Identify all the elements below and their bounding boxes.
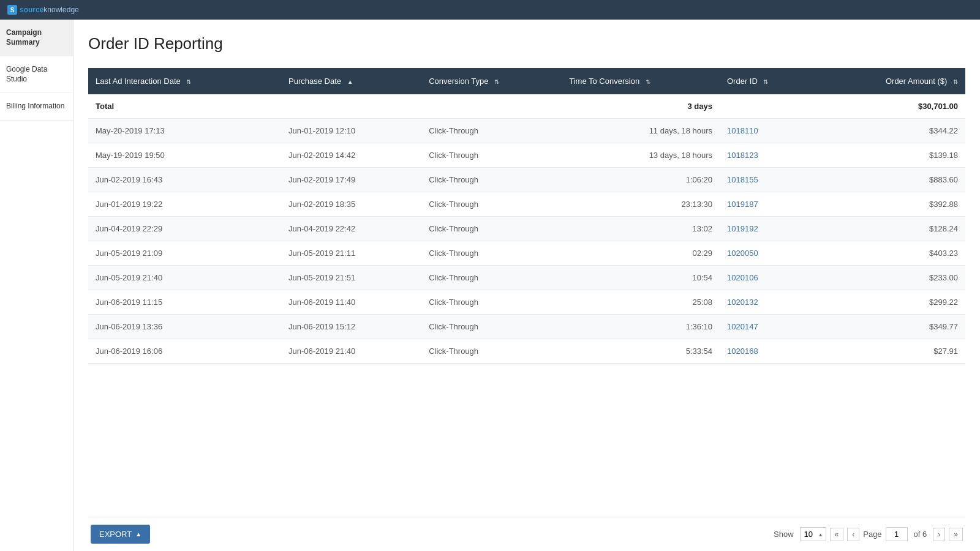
- cell-time-conv: 25:08: [562, 290, 720, 315]
- next-page-button[interactable]: ›: [933, 528, 945, 541]
- sidebar-item-billing-information[interactable]: Billing Information: [0, 93, 73, 121]
- top-bar: S sourceknowledge: [0, 0, 980, 20]
- cell-amount: $403.23: [825, 241, 965, 266]
- table-row: Jun-05-2019 21:40 Jun-05-2019 21:51 Clic…: [88, 266, 965, 290]
- cell-time-conv: 02:29: [562, 241, 720, 266]
- cell-last-ad: Jun-06-2019 11:15: [88, 290, 281, 315]
- cell-purchase: Jun-02-2019 17:49: [281, 168, 421, 192]
- show-label: Show: [774, 530, 794, 539]
- cell-conv-type: Click-Through: [421, 266, 562, 290]
- table-row: Jun-06-2019 13:36 Jun-06-2019 15:12 Clic…: [88, 315, 965, 339]
- logo-icon: S: [7, 5, 17, 15]
- export-dropdown-icon: ▲: [135, 531, 141, 538]
- cell-amount: $344.22: [825, 119, 965, 143]
- col-last-ad-interaction[interactable]: Last Ad Interaction Date ⇅: [88, 68, 281, 94]
- col-order-id[interactable]: Order ID ⇅: [720, 68, 825, 94]
- cell-purchase: Jun-06-2019 15:12: [281, 315, 421, 339]
- order-id-table: Last Ad Interaction Date ⇅ Purchase Date…: [88, 68, 965, 364]
- col-time-to-conversion[interactable]: Time To Conversion ⇅: [562, 68, 720, 94]
- prev-page-button[interactable]: ‹: [847, 528, 859, 541]
- cell-order-id: 1020132: [720, 290, 825, 315]
- logo-text: sourceknowledge: [20, 6, 79, 14]
- cell-order-id: 1018110: [720, 119, 825, 143]
- show-select-wrap: 10 25 50: [800, 527, 826, 541]
- cell-last-ad: Jun-02-2019 16:43: [88, 168, 281, 192]
- table-row: Jun-06-2019 16:06 Jun-06-2019 21:40 Clic…: [88, 339, 965, 364]
- cell-purchase: Jun-01-2019 12:10: [281, 119, 421, 143]
- cell-time-conv: 1:06:20: [562, 168, 720, 192]
- sidebar-item-google-data-studio[interactable]: Google Data Studio: [0, 56, 73, 93]
- last-page-button[interactable]: »: [949, 528, 963, 541]
- cell-last-ad: Jun-05-2019 21:09: [88, 241, 281, 266]
- page-number-input[interactable]: [886, 527, 908, 541]
- cell-purchase: Jun-06-2019 21:40: [281, 339, 421, 364]
- cell-order-id: 1020168: [720, 339, 825, 364]
- cell-conv-type: Click-Through: [421, 315, 562, 339]
- total-row: Total 3 days $30,701.00: [88, 94, 965, 119]
- first-page-button[interactable]: «: [830, 528, 844, 541]
- cell-conv-type: Click-Through: [421, 241, 562, 266]
- cell-last-ad: Jun-06-2019 16:06: [88, 339, 281, 364]
- total-conv-type: [421, 94, 562, 119]
- cell-conv-type: Click-Through: [421, 192, 562, 217]
- logo: S sourceknowledge: [7, 5, 79, 15]
- cell-amount: $128.24: [825, 217, 965, 241]
- cell-time-conv: 10:54: [562, 266, 720, 290]
- col-purchase-date[interactable]: Purchase Date ▲: [281, 68, 421, 94]
- sidebar: Campaign Summary Google Data Studio Bill…: [0, 20, 74, 551]
- cell-time-conv: 11 days, 18 hours: [562, 119, 720, 143]
- cell-purchase: Jun-06-2019 11:40: [281, 290, 421, 315]
- page-title: Order ID Reporting: [88, 34, 965, 53]
- cell-conv-type: Click-Through: [421, 290, 562, 315]
- cell-amount: $139.18: [825, 143, 965, 168]
- logo-source: source: [20, 6, 43, 14]
- cell-purchase: Jun-02-2019 18:35: [281, 192, 421, 217]
- cell-time-conv: 13 days, 18 hours: [562, 143, 720, 168]
- total-order-id: [720, 94, 825, 119]
- total-purchase: [281, 94, 421, 119]
- col-order-amount[interactable]: Order Amount ($) ⇅: [825, 68, 965, 94]
- cell-order-id: 1020106: [720, 266, 825, 290]
- cell-order-id: 1019187: [720, 192, 825, 217]
- total-time: 3 days: [562, 94, 720, 119]
- show-select[interactable]: 10 25 50: [800, 527, 826, 541]
- table-row: May-20-2019 17:13 Jun-01-2019 12:10 Clic…: [88, 119, 965, 143]
- cell-amount: $299.22: [825, 290, 965, 315]
- cell-last-ad: Jun-01-2019 19:22: [88, 192, 281, 217]
- cell-order-id: 1018155: [720, 168, 825, 192]
- sort-icon-purchase: ▲: [347, 78, 353, 85]
- export-button[interactable]: EXPORT ▲: [91, 525, 150, 544]
- cell-amount: $392.88: [825, 192, 965, 217]
- table-row: Jun-04-2019 22:29 Jun-04-2019 22:42 Clic…: [88, 217, 965, 241]
- sidebar-item-campaign-summary[interactable]: Campaign Summary: [0, 20, 73, 56]
- cell-conv-type: Click-Through: [421, 217, 562, 241]
- cell-order-id: 1020147: [720, 315, 825, 339]
- logo-knowledge: knowledge: [43, 6, 78, 14]
- cell-amount: $27.91: [825, 339, 965, 364]
- cell-amount: $349.77: [825, 315, 965, 339]
- cell-time-conv: 23:13:30: [562, 192, 720, 217]
- cell-amount: $233.00: [825, 266, 965, 290]
- sort-icon-time-conv: ⇅: [646, 78, 650, 85]
- bottom-bar: EXPORT ▲ Show 10 25 50 « ‹ Page of 6 ›: [88, 517, 965, 551]
- main-layout: Campaign Summary Google Data Studio Bill…: [0, 20, 980, 551]
- cell-conv-type: Click-Through: [421, 339, 562, 364]
- cell-last-ad: Jun-06-2019 13:36: [88, 315, 281, 339]
- cell-last-ad: Jun-04-2019 22:29: [88, 217, 281, 241]
- table-row: Jun-06-2019 11:15 Jun-06-2019 11:40 Clic…: [88, 290, 965, 315]
- table-row: Jun-01-2019 19:22 Jun-02-2019 18:35 Clic…: [88, 192, 965, 217]
- col-conversion-type[interactable]: Conversion Type ⇅: [421, 68, 562, 94]
- cell-order-id: 1018123: [720, 143, 825, 168]
- cell-last-ad: May-20-2019 17:13: [88, 119, 281, 143]
- table-row: May-19-2019 19:50 Jun-02-2019 14:42 Clic…: [88, 143, 965, 168]
- total-label: Total: [88, 94, 281, 119]
- table-row: Jun-02-2019 16:43 Jun-02-2019 17:49 Clic…: [88, 168, 965, 192]
- cell-conv-type: Click-Through: [421, 119, 562, 143]
- page-label: Page: [863, 530, 881, 539]
- cell-purchase: Jun-05-2019 21:11: [281, 241, 421, 266]
- cell-purchase: Jun-04-2019 22:42: [281, 217, 421, 241]
- cell-last-ad: Jun-05-2019 21:40: [88, 266, 281, 290]
- sort-icon-last-ad: ⇅: [186, 78, 191, 85]
- sort-icon-order-amount: ⇅: [953, 78, 958, 85]
- total-amount: $30,701.00: [825, 94, 965, 119]
